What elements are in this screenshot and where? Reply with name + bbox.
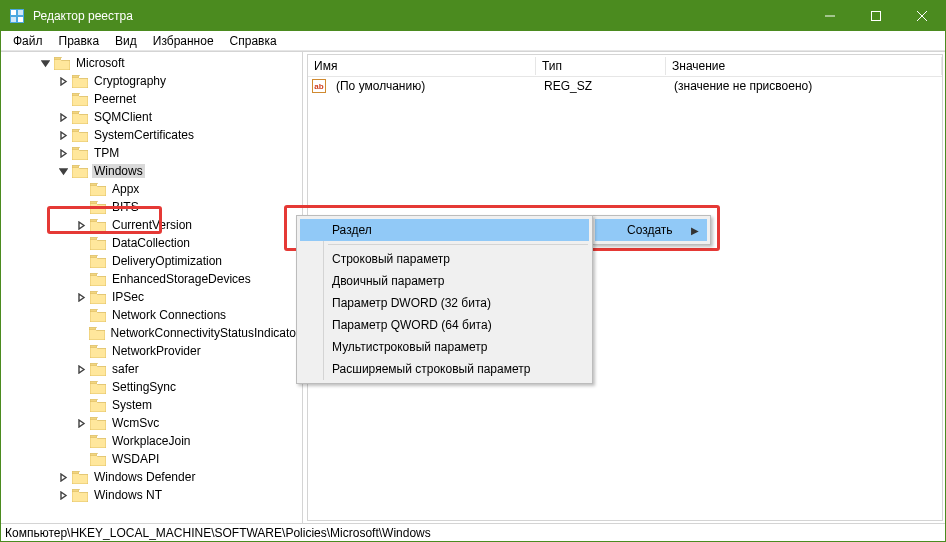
cell-type: REG_SZ [538, 79, 668, 93]
tree-item-safer[interactable]: safer [1, 360, 302, 378]
folder-icon [90, 417, 106, 430]
context-menu-create: Создать ▶ [591, 215, 711, 245]
col-type[interactable]: Тип [536, 57, 666, 75]
tree-item-bits[interactable]: BITS [1, 198, 302, 216]
folder-icon [90, 381, 106, 394]
tree-item-peernet[interactable]: Peernet [1, 90, 302, 108]
folder-icon [90, 273, 106, 286]
submenu-arrow-icon: ▶ [691, 225, 699, 236]
menu-favorites[interactable]: Избранное [145, 32, 222, 50]
tree-item-windows[interactable]: Windows [1, 162, 302, 180]
folder-icon [90, 453, 106, 466]
svg-rect-4 [18, 17, 23, 22]
list-header: Имя Тип Значение [308, 55, 942, 77]
folder-icon [90, 201, 106, 214]
menu-item-string[interactable]: Строковый параметр [300, 248, 589, 270]
tree-item-windowsnt[interactable]: Windows NT [1, 486, 302, 504]
tree-item-wsdapi[interactable]: WSDAPI [1, 450, 302, 468]
close-button[interactable] [899, 1, 945, 31]
window-title: Редактор реестра [33, 9, 807, 23]
tree-item-systemcertificates[interactable]: SystemCertificates [1, 126, 302, 144]
svg-rect-2 [18, 10, 23, 15]
tree-item-system[interactable]: System [1, 396, 302, 414]
folder-icon [72, 75, 88, 88]
status-path: Компьютер\HKEY_LOCAL_MACHINE\SOFTWARE\Po… [5, 526, 431, 540]
tree-item-settingsync[interactable]: SettingSync [1, 378, 302, 396]
titlebar: Редактор реестра [1, 1, 945, 31]
tree-item-datacollection[interactable]: DataCollection [1, 234, 302, 252]
tree-item-windowsdefender[interactable]: Windows Defender [1, 468, 302, 486]
tree-item-tpm[interactable]: TPM [1, 144, 302, 162]
string-value-icon: ab [312, 79, 326, 93]
tree-item-networkconnectivity[interactable]: NetworkConnectivityStatusIndicator [1, 324, 302, 342]
tree-item-sqmclient[interactable]: SQMClient [1, 108, 302, 126]
svg-rect-3 [11, 17, 16, 22]
menubar: Файл Правка Вид Избранное Справка [1, 31, 945, 51]
menu-item-section[interactable]: Раздел [300, 219, 589, 241]
menu-help[interactable]: Справка [222, 32, 285, 50]
folder-icon [90, 363, 106, 376]
statusbar: Компьютер\HKEY_LOCAL_MACHINE\SOFTWARE\Po… [1, 523, 945, 541]
tree-pane[interactable]: Microsoft Cryptography Peernet SQMClient… [1, 52, 303, 523]
tree-item-currentversion[interactable]: CurrentVersion [1, 216, 302, 234]
folder-icon [54, 57, 70, 70]
tree-item-enhancedstoragedevices[interactable]: EnhancedStorageDevices [1, 270, 302, 288]
menu-item-create[interactable]: Создать ▶ [595, 219, 707, 241]
menu-view[interactable]: Вид [107, 32, 145, 50]
folder-icon [90, 219, 106, 232]
menu-item-qword[interactable]: Параметр QWORD (64 бита) [300, 314, 589, 336]
menu-item-binary[interactable]: Двоичный параметр [300, 270, 589, 292]
list-row[interactable]: ab (По умолчанию) REG_SZ (значение не пр… [308, 77, 942, 95]
cell-value: (значение не присвоено) [668, 79, 942, 93]
svg-rect-5 [872, 12, 881, 21]
tree-item-workplacejoin[interactable]: WorkplaceJoin [1, 432, 302, 450]
tree-item-networkprovider[interactable]: NetworkProvider [1, 342, 302, 360]
folder-icon [90, 183, 106, 196]
folder-icon [90, 399, 106, 412]
folder-icon [72, 147, 88, 160]
minimize-button[interactable] [807, 1, 853, 31]
menu-file[interactable]: Файл [5, 32, 51, 50]
folder-icon [72, 471, 88, 484]
folder-icon [72, 111, 88, 124]
menu-item-dword[interactable]: Параметр DWORD (32 бита) [300, 292, 589, 314]
menu-item-expandstring[interactable]: Расширяемый строковый параметр [300, 358, 589, 380]
tree-item-microsoft[interactable]: Microsoft [1, 54, 302, 72]
folder-icon [90, 237, 106, 250]
tree-item-appx[interactable]: Appx [1, 180, 302, 198]
folder-icon [89, 327, 105, 340]
folder-icon [90, 345, 106, 358]
cell-name: (По умолчанию) [330, 79, 538, 93]
folder-icon [90, 435, 106, 448]
tree-item-deliveryoptimization[interactable]: DeliveryOptimization [1, 252, 302, 270]
regedit-icon [9, 8, 25, 24]
folder-icon [72, 129, 88, 142]
folder-icon [90, 255, 106, 268]
folder-icon [72, 489, 88, 502]
tree-item-cryptography[interactable]: Cryptography [1, 72, 302, 90]
folder-icon [90, 291, 106, 304]
tree-item-ipsec[interactable]: IPSec [1, 288, 302, 306]
folder-icon [72, 165, 88, 178]
menu-item-multistring[interactable]: Мультистроковый параметр [300, 336, 589, 358]
menu-edit[interactable]: Правка [51, 32, 108, 50]
tree-item-wcmsvc[interactable]: WcmSvc [1, 414, 302, 432]
folder-icon [72, 93, 88, 106]
tree-item-networkconnections[interactable]: Network Connections [1, 306, 302, 324]
maximize-button[interactable] [853, 1, 899, 31]
svg-rect-1 [11, 10, 16, 15]
context-submenu-new: Раздел Строковый параметр Двоичный парам… [296, 215, 593, 384]
col-name[interactable]: Имя [308, 57, 536, 75]
col-value[interactable]: Значение [666, 57, 942, 75]
folder-icon [90, 309, 106, 322]
